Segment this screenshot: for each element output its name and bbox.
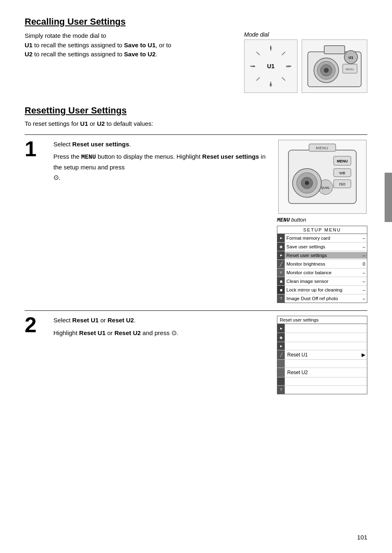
svg-text:S: S — [270, 46, 272, 50]
svg-point-21 — [324, 68, 329, 73]
reset-menu-icon-cell-2: ◉ — [277, 333, 285, 342]
step-1-title-end: . — [129, 141, 131, 148]
reset-menu-item-u1: ╱ Reset U1 ▶ — [277, 350, 367, 360]
setup-menu-val-7: – — [359, 287, 367, 293]
step-2-bold2: Reset U2 — [108, 317, 134, 324]
step-2-body-bold2: Reset U2 — [114, 329, 141, 336]
setup-menu-row-7: ◼ Lock mirror up for cleaning – — [277, 286, 367, 294]
svg-text:MENU: MENU — [337, 159, 348, 163]
step-2-title: Select Reset U1 or Reset U2. — [53, 316, 267, 325]
setup-menu-icon-2: ◉ — [277, 243, 285, 251]
reset-menu-icon-row-1: ▶ — [277, 324, 367, 333]
step-1-circle-icon: ⊙ — [53, 174, 59, 181]
setup-menu-icon-1: ▶ — [277, 234, 285, 242]
resetting-intro-end: to default values: — [105, 120, 153, 127]
step-2-number: 2 — [25, 314, 44, 336]
dial-svg-right: U1 MENU — [304, 42, 365, 91]
dial-image-right: U1 MENU — [302, 39, 367, 93]
step-1-body1: Press the — [53, 153, 81, 160]
setup-menu-row-5: Y Monitor color balance – — [277, 268, 367, 277]
step-2-body-end: and press — [141, 329, 171, 336]
step-2-body: Highlight Reset U1 or Reset U2 and press… — [53, 328, 267, 338]
step-2-images: Reset user settings ▶ ◉ ▶ ╱ — [277, 316, 367, 394]
step-1-number: 1 — [25, 138, 44, 160]
recalling-line4: to recall the settings assigned to — [32, 51, 124, 58]
resetting-u2: U2 — [97, 120, 105, 127]
step-1-title-bold: Reset user settings — [72, 141, 129, 148]
reset-menu-title: Reset user settings — [277, 316, 367, 324]
setup-menu-row-3: ▶ Reset user settings – — [277, 251, 367, 260]
reset-u1-text: Reset U1 — [285, 351, 360, 359]
recalling-u1: U1 — [25, 42, 32, 49]
setup-menu-icon-6: ◼ — [277, 277, 285, 285]
recalling-body-line1: Simply rotate the mode dial to — [25, 32, 106, 39]
setup-menu-icon-8: ? — [277, 294, 285, 303]
setup-menu-text-7: Lock mirror up for cleaning — [285, 287, 359, 293]
setup-menu-row-4: ╱ Monitor brightness 0 — [277, 260, 367, 268]
divider-1 — [25, 134, 367, 135]
step-1-row: 1 Select Reset user settings. Press the … — [25, 140, 367, 311]
reset-u1-arrow: ▶ — [360, 351, 367, 359]
reset-menu-blank-4: ? — [277, 386, 367, 394]
resetting-u1: U1 — [80, 120, 88, 127]
step-1-title-pre: Select — [53, 141, 72, 148]
setup-menu-text-3: Reset user settings — [285, 252, 359, 259]
step-2-bold1: Reset U1 — [72, 317, 99, 324]
svg-text:ISO: ISO — [339, 182, 346, 186]
step-1-camera-box: MENU MENU WB ISO QUAL — [278, 140, 367, 214]
recalling-title: Recalling User Settings — [25, 16, 367, 27]
setup-menu-val-8: – — [359, 295, 367, 302]
step-1-content: Select Reset user settings. Press the ME… — [53, 140, 267, 183]
dial-images-row: U1 S U2 A — [244, 39, 367, 93]
step-2-body-mid: or — [106, 329, 115, 336]
reset-menu-item-icon-u1: ╱ — [277, 350, 285, 359]
resetting-or: or — [88, 120, 97, 127]
recalling-period: . — [156, 51, 157, 58]
svg-line-10 — [256, 77, 260, 81]
setup-menu-text-5: Monitor color balance — [285, 269, 359, 276]
svg-text:MENU: MENU — [346, 68, 354, 71]
reset-menu-blank-icon-1: ▶ — [277, 342, 285, 350]
side-tab — [385, 173, 392, 222]
setup-menu-val-2: – — [359, 243, 367, 250]
recalling-line3: , or to — [156, 42, 171, 49]
svg-text:QUAL: QUAL — [321, 186, 330, 190]
setup-menu-text-8: Image Dust Off ref photo — [285, 295, 359, 302]
menu-label-menu: MENU — [277, 217, 290, 223]
recalling-u2: U2 — [25, 51, 32, 58]
setup-menu-row-1: ▶ Format memory card – — [277, 234, 367, 243]
reset-menu-icon-row-2: ◉ — [277, 333, 367, 342]
svg-point-40 — [305, 181, 309, 185]
svg-text:U1: U1 — [348, 56, 353, 60]
step-2-body1: Highlight — [53, 329, 79, 336]
svg-text:U2: U2 — [286, 65, 291, 68]
reset-menu-blank-2 — [277, 360, 367, 368]
setup-menu-icon-3: ▶ — [277, 251, 285, 259]
svg-text:A: A — [252, 65, 255, 68]
step-1-body: Press the MENU button to display the men… — [53, 152, 267, 183]
setup-menu-icon-7: ◼ — [277, 286, 285, 294]
step-2-body-bold1: Reset U1 — [79, 329, 106, 336]
reset-menu-blank-1: ▶ — [277, 342, 367, 350]
mode-dial-label: Mode dial — [244, 31, 367, 38]
page: Recalling User Settings Simply rotate th… — [0, 0, 392, 553]
reset-menu-item-u2: Reset U2 — [277, 368, 367, 377]
step-1-highlight-bold: Reset user settings — [202, 153, 259, 160]
setup-menu-text-1: Format memory card — [285, 235, 359, 241]
step-2-title-pre: Select — [53, 317, 72, 324]
step-2-title-mid: or — [99, 317, 108, 324]
reset-u2-text: Reset U2 — [285, 368, 364, 377]
step-1-menu-word: MENU — [81, 154, 96, 161]
reset-menu-item-icon-u2 — [277, 368, 285, 377]
dial-container: Mode dial U1 — [244, 31, 367, 93]
step-2-row: 2 Select Reset U1 or Reset U2. Highlight… — [25, 316, 367, 394]
setup-menu-icon-4: ╱ — [277, 260, 285, 268]
step-2-period: . — [177, 329, 178, 336]
reset-menu-blank-icon-3 — [277, 377, 285, 385]
reset-menu-blank-icon-4: ? — [277, 386, 285, 394]
svg-text:MENU: MENU — [316, 146, 328, 150]
setup-menu-text-2: Save user settings — [285, 243, 359, 250]
setup-menu-val-3: – — [359, 252, 367, 259]
setup-menu-text-6: Clean image sensor — [285, 278, 359, 285]
reset-menu: Reset user settings ▶ ◉ ▶ ╱ — [277, 316, 367, 394]
